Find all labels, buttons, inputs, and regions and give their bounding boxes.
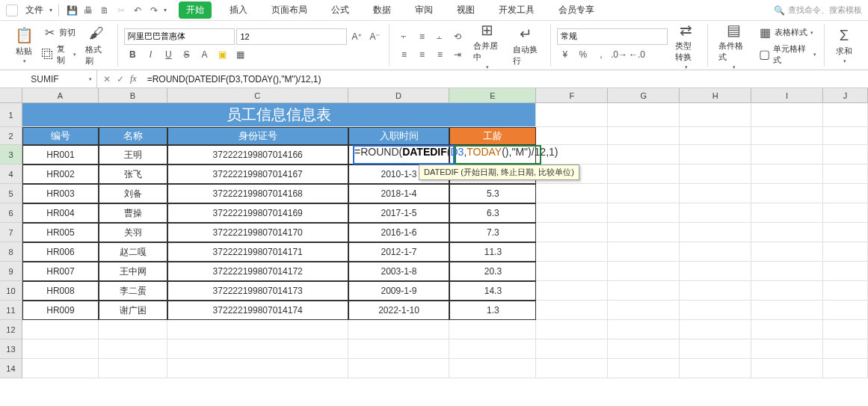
cell[interactable] [823, 184, 868, 203]
cell-id[interactable]: HR003 [22, 184, 99, 203]
cell[interactable] [348, 320, 450, 339]
grow-font-icon[interactable]: A⁺ [348, 28, 365, 45]
tab-member[interactable]: 会员专享 [552, 1, 600, 19]
cell[interactable] [608, 223, 680, 242]
cell-tenure[interactable]: 6.3 [449, 203, 536, 223]
border-button[interactable]: ▦ [232, 46, 248, 63]
align-left-icon[interactable]: ≡ [395, 46, 412, 63]
formula-input[interactable]: =ROUND(DATEDIF(D3,TODAY(),"M")/12,1) [143, 74, 868, 84]
cell-name[interactable]: 张飞 [99, 164, 167, 184]
cell-idcard[interactable]: 372222199807014169 [167, 203, 348, 223]
cell[interactable] [751, 320, 823, 339]
cell-idcard[interactable]: 372222199807014166 [167, 145, 348, 164]
cell[interactable] [680, 262, 751, 281]
cell[interactable] [536, 103, 608, 127]
cell[interactable] [167, 320, 348, 339]
cut-button[interactable]: ✂ 剪切 [40, 25, 78, 41]
fill-color-button[interactable]: ▣ [214, 46, 230, 63]
undo-icon[interactable]: ↶ [131, 4, 144, 17]
cell[interactable] [823, 223, 868, 242]
wrap-text-button[interactable]: ↵ 自动换行 [508, 23, 544, 68]
cell-name[interactable]: 关羽 [99, 223, 167, 242]
paste-button[interactable]: 📋 粘贴 ▾ [10, 25, 37, 66]
cell-idcard[interactable]: 372222199807014167 [167, 164, 348, 184]
tab-start[interactable]: 开始 [179, 1, 212, 19]
tab-devtools[interactable]: 开发工具 [493, 1, 541, 19]
cell[interactable] [608, 145, 680, 164]
cell[interactable] [608, 164, 680, 184]
cell-tenure[interactable]: 7.3 [449, 223, 536, 242]
header-id[interactable]: 编号 [22, 127, 99, 145]
tab-review[interactable]: 审阅 [409, 1, 439, 19]
cell-name[interactable]: 谢广困 [99, 301, 167, 320]
header-idcard[interactable]: 身份证号 [167, 127, 348, 145]
confirm-formula-icon[interactable]: ✓ [117, 74, 124, 84]
cell-name[interactable]: 王中网 [99, 262, 167, 281]
merge-cells-button[interactable]: ⊞ 合并居中 ▾ [469, 19, 505, 72]
cell[interactable] [751, 262, 823, 281]
cell-date[interactable]: 2017-1-5 [348, 203, 450, 223]
cell[interactable] [823, 242, 868, 262]
cell[interactable] [536, 223, 608, 242]
cell-tenure[interactable]: 20.3 [449, 262, 536, 281]
row-header-10[interactable]: 10 [0, 281, 22, 301]
cell-date[interactable]: 2012-1-7 [348, 242, 450, 262]
table-style-button[interactable]: ▦ 表格样式 ▾ [756, 25, 818, 41]
cell[interactable] [608, 184, 680, 203]
row-header-7[interactable]: 7 [0, 223, 22, 242]
col-header-J[interactable]: J [823, 88, 868, 103]
cell-idcard[interactable]: 372222199807014174 [167, 301, 348, 320]
cell-id[interactable]: HR004 [22, 203, 99, 223]
cell[interactable] [536, 127, 608, 145]
cell-style-button[interactable]: ▢ 单元格样式 ▾ [756, 43, 818, 67]
cell-date[interactable]: 2018-1-4 [348, 184, 450, 203]
fx-icon[interactable]: fx [130, 73, 137, 84]
chevron-down-icon[interactable]: ▾ [164, 7, 167, 13]
name-box[interactable]: SUMIF ▾ [0, 70, 97, 87]
cell[interactable] [22, 359, 99, 378]
cell-id[interactable]: HR005 [22, 223, 99, 242]
col-header-A[interactable]: A [22, 88, 99, 103]
indent-icon[interactable]: ⇥ [449, 46, 466, 63]
cell[interactable] [99, 320, 167, 339]
cell[interactable] [680, 281, 751, 301]
cell-name[interactable]: 李二蛋 [99, 281, 167, 301]
cut-quick-icon[interactable]: ✂ [114, 4, 128, 17]
header-name[interactable]: 名称 [99, 127, 167, 145]
number-format-select[interactable] [557, 28, 668, 45]
col-header-H[interactable]: H [680, 88, 751, 103]
cell-id[interactable]: HR006 [22, 242, 99, 262]
header-tenure[interactable]: 工龄 [449, 127, 536, 145]
cell-date[interactable]: 2016-1-6 [348, 223, 450, 242]
comma-icon[interactable]: , [593, 46, 609, 63]
underline-button[interactable]: U [160, 46, 176, 63]
table-title[interactable]: 员工信息信息表 [22, 103, 536, 127]
cell[interactable] [823, 103, 868, 127]
row-header-12[interactable]: 12 [0, 320, 22, 339]
cell[interactable] [99, 359, 167, 378]
tab-insert[interactable]: 插入 [224, 1, 253, 19]
percent-icon[interactable]: % [575, 46, 591, 63]
cell[interactable] [536, 320, 608, 339]
cell[interactable] [680, 145, 751, 164]
cell-date[interactable]: 2003-1-8 [348, 262, 450, 281]
cell[interactable] [751, 164, 823, 184]
cell-idcard[interactable]: 372222199807014168 [167, 184, 348, 203]
cell[interactable] [536, 262, 608, 281]
cell-idcard[interactable]: 372222199807014172 [167, 262, 348, 281]
cell[interactable] [823, 127, 868, 145]
cell[interactable] [608, 262, 680, 281]
cell[interactable] [751, 184, 823, 203]
dec-decimal-icon[interactable]: ←.0 [629, 46, 645, 63]
inline-formula-edit[interactable]: =ROUND( DATEDIF ( D3 , TODAY (),"M") /12… [354, 146, 558, 158]
cell[interactable] [348, 359, 450, 378]
cell[interactable] [680, 203, 751, 223]
cell-tenure[interactable]: 5.3 [449, 184, 536, 203]
save-icon[interactable]: 💾 [65, 4, 79, 17]
cell-idcard[interactable]: 372222199807014170 [167, 223, 348, 242]
cell-date[interactable]: 2022-1-10 [348, 301, 450, 320]
col-header-B[interactable]: B [99, 88, 167, 103]
type-convert-button[interactable]: ⇄ 类型转换 ▾ [671, 19, 701, 72]
cell[interactable] [823, 145, 868, 164]
cell[interactable] [608, 281, 680, 301]
